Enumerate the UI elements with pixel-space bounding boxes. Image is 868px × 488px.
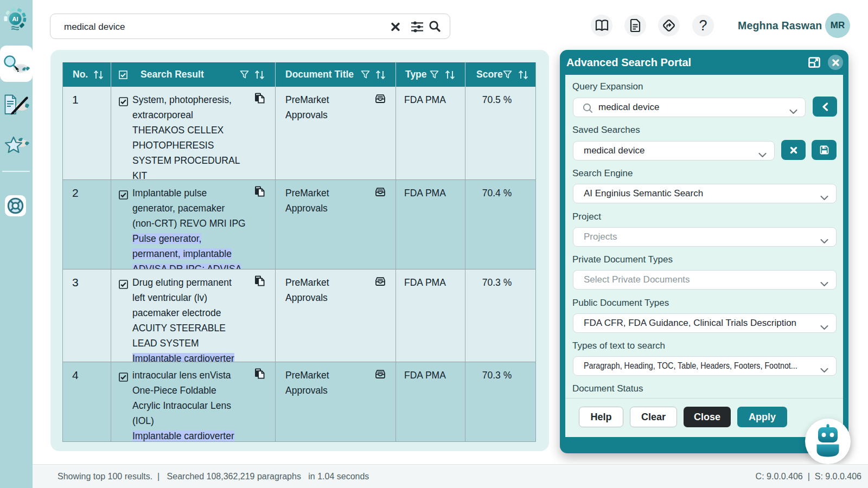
svg-text:AI: AI xyxy=(12,16,18,22)
